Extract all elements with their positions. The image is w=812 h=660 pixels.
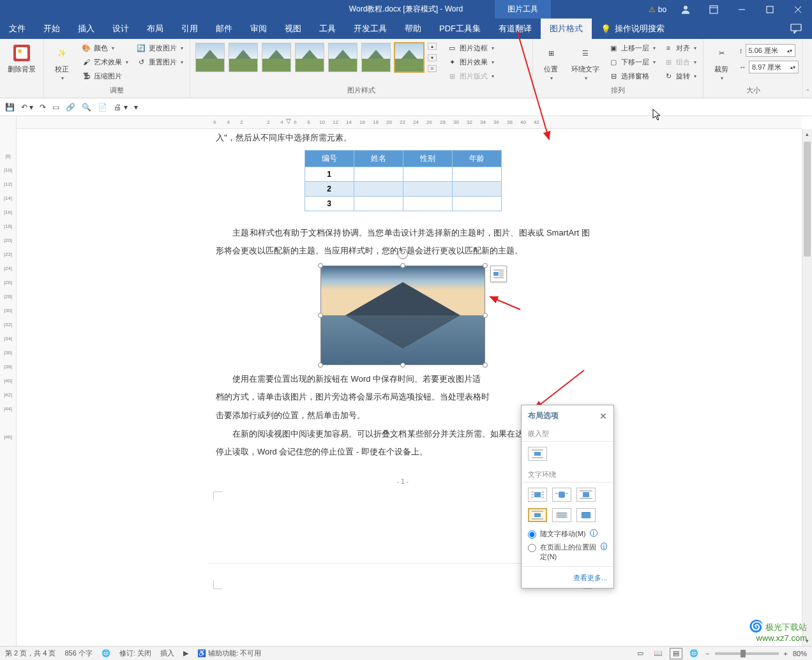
corrections-button[interactable]: ✨ 校正▾ xyxy=(48,41,76,82)
bring-forward-button[interactable]: ▣上移一层▾ xyxy=(606,41,658,54)
close-button[interactable] xyxy=(784,0,812,19)
view-focus[interactable]: ▭ xyxy=(634,648,647,659)
remove-background-button[interactable]: 删除背景 xyxy=(4,41,40,75)
page-indicator[interactable]: 第 2 页，共 4 页 xyxy=(5,649,56,658)
change-picture-button[interactable]: 🔄更改图片▾ xyxy=(133,41,186,54)
document-area[interactable]: ▽ 64224681012141618202224262830323436384… xyxy=(17,116,812,646)
table-cell[interactable] xyxy=(403,181,452,196)
minimize-button[interactable] xyxy=(728,0,756,19)
view-read[interactable]: 📖 xyxy=(652,648,665,659)
comments-button[interactable] xyxy=(780,19,812,39)
picture-style-6[interactable] xyxy=(361,43,391,72)
artistic-effects-button[interactable]: 🖌艺术效果▾ xyxy=(79,56,131,68)
picture-styles-gallery[interactable]: ▴ ▾ ≡ xyxy=(194,41,438,73)
undo-button[interactable]: ↶ ▾ xyxy=(21,103,33,112)
table-row[interactable]: 2 xyxy=(304,181,501,196)
info-icon-2[interactable]: i xyxy=(601,543,607,550)
tab-mailings[interactable]: 邮件 xyxy=(207,19,241,39)
horizontal-ruler[interactable]: ▽ 64224681012141618202224262830323436384… xyxy=(17,116,802,129)
revision-status[interactable]: 修订: 关闭 xyxy=(119,649,151,658)
zoom-level[interactable]: 80% xyxy=(793,650,807,657)
tab-references[interactable]: 引用 xyxy=(172,19,207,39)
resize-handle-br[interactable] xyxy=(483,363,488,368)
tell-me-search[interactable]: 💡 操作说明搜索 xyxy=(592,19,673,39)
picture-style-3[interactable] xyxy=(262,43,291,72)
table-cell[interactable]: 3 xyxy=(304,196,354,211)
tab-tools[interactable]: 工具 xyxy=(310,19,345,39)
qat-customize[interactable]: ▾ xyxy=(134,103,138,112)
tab-layout[interactable]: 布局 xyxy=(138,19,172,39)
paragraph-1[interactable]: 入"，然后从不同库中选择所需元素。 xyxy=(208,129,598,147)
view-web[interactable]: 🌐 xyxy=(688,648,700,659)
table-header[interactable]: 性别 xyxy=(403,150,452,167)
language-icon[interactable]: 🌐 xyxy=(102,649,110,657)
tab-developer[interactable]: 开发工具 xyxy=(345,19,396,39)
macro-icon[interactable]: ▶ xyxy=(183,649,188,657)
inserted-image[interactable] xyxy=(320,266,485,365)
layout-tight[interactable] xyxy=(552,488,571,502)
radio-fix-position[interactable] xyxy=(528,544,536,552)
picture-effects-button[interactable]: ✦图片效果▾ xyxy=(444,56,497,68)
qat-btn-5[interactable]: 🔗 xyxy=(66,103,75,112)
table-cell[interactable] xyxy=(452,167,501,181)
table-header[interactable]: 编号 xyxy=(304,150,354,167)
qat-btn-4[interactable]: ▭ xyxy=(52,103,59,112)
rotate-handle[interactable] xyxy=(398,249,408,259)
document-table[interactable]: 编号姓名性别年龄 123 xyxy=(304,150,502,211)
zoom-in[interactable]: + xyxy=(784,650,788,657)
maximize-button[interactable] xyxy=(756,0,784,19)
picture-border-button[interactable]: ▭图片边框▾ xyxy=(444,41,497,54)
layout-popup-close[interactable]: ✕ xyxy=(599,411,607,421)
word-count[interactable]: 856 个字 xyxy=(64,649,92,658)
table-cell[interactable] xyxy=(452,196,501,211)
indent-marker[interactable]: ▽ xyxy=(286,117,291,124)
qat-btn-6[interactable]: 🔍 xyxy=(82,103,91,112)
rotate-button[interactable]: ↻旋转▾ xyxy=(661,70,699,82)
tab-pdf-tools[interactable]: PDF工具集 xyxy=(430,19,490,39)
account-warning[interactable]: ⚠bo xyxy=(643,0,672,19)
height-input[interactable]: 5.06 厘米▴▾ xyxy=(746,44,795,57)
scrollbar-thumb[interactable] xyxy=(804,142,811,257)
gallery-more[interactable]: ≡ xyxy=(428,65,437,72)
redo-button[interactable]: ↷ xyxy=(40,103,46,112)
table-row[interactable]: 1 xyxy=(304,167,501,181)
table-cell[interactable]: 1 xyxy=(304,167,354,181)
resize-handle-tr[interactable] xyxy=(483,263,488,268)
vertical-ruler[interactable]: |8||10||12||14||16||18||20||22||24||26||… xyxy=(0,116,17,646)
layout-square[interactable] xyxy=(528,488,547,502)
reset-picture-button[interactable]: ↺重置图片▾ xyxy=(133,56,186,68)
info-icon-1[interactable]: i xyxy=(590,529,598,537)
layout-in-front[interactable] xyxy=(576,508,596,522)
position-button[interactable]: ⊞ 位置▾ xyxy=(537,41,565,82)
resize-handle-tl[interactable] xyxy=(318,263,323,268)
radio-move-with-text[interactable] xyxy=(528,530,536,539)
user-avatar[interactable] xyxy=(672,0,700,19)
tab-design[interactable]: 设计 xyxy=(103,19,138,39)
tab-help[interactable]: 帮助 xyxy=(396,19,430,39)
contextual-tab-picture-tools[interactable]: 图片工具 xyxy=(495,0,551,19)
tab-insert[interactable]: 插入 xyxy=(69,19,103,39)
resize-handle-b[interactable] xyxy=(400,363,405,368)
resize-handle-bl[interactable] xyxy=(318,363,323,368)
ribbon-display-options[interactable] xyxy=(700,0,728,19)
vertical-scrollbar[interactable]: ▴ ▾ xyxy=(802,129,812,646)
layout-top-bottom[interactable] xyxy=(528,508,547,522)
table-cell[interactable] xyxy=(452,181,501,196)
zoom-slider[interactable] xyxy=(715,652,779,655)
picture-style-4[interactable] xyxy=(295,43,324,72)
wrap-text-button[interactable]: ☰ 环绕文字▾ xyxy=(568,41,603,82)
width-input[interactable]: 8.97 厘米▴▾ xyxy=(749,61,799,73)
selection-pane-button[interactable]: ⊟选择窗格 xyxy=(606,70,658,82)
gallery-scroll-up[interactable]: ▴ xyxy=(428,43,437,50)
tab-review[interactable]: 审阅 xyxy=(241,19,276,39)
view-print[interactable]: ▤ xyxy=(670,648,682,659)
align-button[interactable]: ≡对齐▾ xyxy=(661,41,699,54)
gallery-scroll-down[interactable]: ▾ xyxy=(428,54,437,61)
tab-youdao-translate[interactable]: 有道翻译 xyxy=(490,19,541,39)
picture-style-7[interactable] xyxy=(395,43,424,72)
selected-image-container[interactable] xyxy=(320,266,485,365)
send-backward-button[interactable]: ▢下移一层▾ xyxy=(606,56,658,68)
layout-through[interactable] xyxy=(576,488,596,502)
tab-view[interactable]: 视图 xyxy=(276,19,310,39)
table-cell[interactable] xyxy=(354,181,403,196)
